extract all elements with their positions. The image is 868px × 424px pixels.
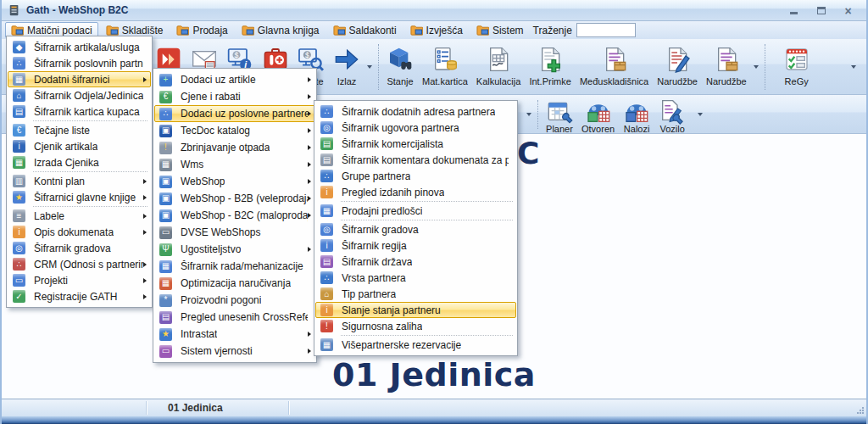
- menu-item[interactable]: ▤ Šifrarnik komentara dokumenata za part…: [315, 152, 516, 168]
- menubar-item[interactable]: Glavna knjiga: [236, 22, 326, 38]
- info-sphere-icon: i: [13, 140, 25, 153]
- menu-item[interactable]: ▭ Projekti: [8, 272, 151, 288]
- table-star-icon: ★: [13, 191, 25, 204]
- menu-item[interactable]: € Tečajne liste: [8, 122, 151, 138]
- toolbar-button[interactable]: Međuskladišnica: [576, 41, 653, 93]
- menu-item[interactable]: ▤ Pregled unesenih CrossReferenca: [154, 309, 315, 326]
- menu-item[interactable]: ⌂ Šifrarnik Odjela/Jedinica: [8, 87, 151, 103]
- optimizacija-icon: ▦: [159, 277, 172, 290]
- menu-item[interactable]: ▣ WebShop - B2B (veleprodaja): [154, 190, 315, 207]
- menu-separator: [33, 206, 147, 207]
- menu-item[interactable]: + Dodaci uz artikle: [154, 71, 315, 88]
- menu-item[interactable]: i Slanje stanja partneru: [315, 302, 516, 318]
- status-text: 01 Jedinica: [168, 402, 223, 414]
- menu-item[interactable]: ★ Intrastat: [154, 326, 315, 343]
- menu-item[interactable]: ★ Šifrarnici glavne knjige: [8, 189, 151, 205]
- toolbar-button[interactable]: Otvoren: [577, 97, 619, 132]
- menu-item[interactable]: ∴ CRM (Odnosi s partnerima): [8, 256, 151, 272]
- toolbar-button[interactable]: Mat.kartica: [418, 41, 472, 93]
- menu-item[interactable]: ▦ Izrada Cjenika: [8, 154, 151, 170]
- vozilo-icon: [659, 98, 686, 124]
- search-input[interactable]: [576, 23, 636, 37]
- menu-item[interactable]: ▭ DVSE WebShops: [154, 224, 315, 241]
- maximize-button[interactable]: [813, 4, 829, 17]
- countries-icon: ▤: [320, 255, 333, 268]
- menu-item[interactable]: ▣ TecDoc katalog: [154, 122, 315, 139]
- menu-item[interactable]: ▦ Višepartnerske rezervacije: [315, 337, 516, 353]
- contracts-icon: ◎: [320, 121, 333, 134]
- toolbar-button-label: Stanje: [387, 76, 413, 87]
- folder-icon: [333, 24, 346, 36]
- menu-item[interactable]: ▤ Šifrarnik komercijalista: [315, 136, 516, 152]
- minimize-button[interactable]: [786, 4, 802, 17]
- menu-item[interactable]: ≡ Labele: [8, 208, 151, 224]
- menubar-item[interactable]: Sistem: [470, 22, 530, 38]
- menu-item[interactable]: ∴ Dodaci uz poslovne partnere: [154, 105, 315, 122]
- loyalty-icon: ▭: [159, 345, 172, 358]
- menu-item-label: Šifrarnik regija: [342, 240, 407, 252]
- menu-item[interactable]: ! Sigurnosna zaliha: [315, 318, 516, 334]
- toolbar-button[interactable]: Stanje: [382, 41, 418, 93]
- menu-item[interactable]: ▦ Wms: [154, 156, 315, 173]
- toolbar-button[interactable]: Narudžbe: [702, 41, 751, 93]
- menu-item[interactable]: ▣ WebShop: [154, 173, 315, 190]
- menu-item[interactable]: i Šifrarnik regija: [315, 237, 516, 254]
- toolbar-separator: [537, 100, 538, 129]
- menu-item[interactable]: ▥ Kontni plan: [8, 173, 151, 189]
- toolbar-button[interactable]: Int.Primke: [525, 41, 576, 93]
- menu-item[interactable]: ▭ Sistem vjernosti: [154, 343, 315, 360]
- menu-item[interactable]: ▦ Šifrarnik rada/mehanizacije: [154, 258, 315, 275]
- menu-item[interactable]: ◎ Šifrarnik gradova: [315, 221, 516, 237]
- menu-item[interactable]: ▦ Optimizacija naručivanja: [154, 275, 315, 292]
- crm-icon: ∴: [13, 258, 25, 271]
- menubar-item[interactable]: Izvješća: [404, 22, 469, 38]
- menu-separator: [33, 171, 147, 172]
- send-info-icon: i: [320, 304, 333, 316]
- menubar-item[interactable]: Saldakonti: [327, 22, 403, 38]
- menu-item[interactable]: i Opis dokumenata: [8, 224, 151, 240]
- menu-item[interactable]: ◎ Šifrarnik ugovora partnera: [315, 120, 516, 136]
- menu-item[interactable]: i Cjenik artikala: [8, 138, 151, 154]
- menu-item[interactable]: ✓ Registracije GATH: [8, 288, 151, 304]
- dropdown-arrow-icon[interactable]: [364, 41, 375, 93]
- menu-item[interactable]: i Pregled izdanih pinova: [315, 184, 516, 200]
- menu-item[interactable]: ▣ WebShop - B2C (maloprodaja): [154, 207, 315, 224]
- close-button[interactable]: ×: [840, 4, 856, 17]
- menu-item[interactable]: ∴ Šifrarnik dodatnih adresa partnera: [315, 103, 516, 120]
- menu-item[interactable]: ∴ Šifrarnik poslovnih partnera: [8, 55, 151, 71]
- menu-item[interactable]: ∴ Grupe partnera: [315, 168, 516, 184]
- toolbar-button[interactable]: Narudžbe: [653, 41, 702, 93]
- dropdown-arrow-icon[interactable]: [695, 97, 705, 132]
- toolbar-button[interactable]: Planer: [542, 97, 577, 132]
- wms-icon: ▦: [159, 159, 172, 171]
- stock-alert-icon: !: [320, 320, 333, 332]
- menu-item[interactable]: ◎ Šifrarnik gradova: [8, 240, 151, 256]
- menu-item[interactable]: Ψ Ugostiteljstvo: [154, 241, 315, 258]
- toolbar-button[interactable]: ReGy: [779, 41, 815, 93]
- menu-item[interactable]: ⌂ Tip partnera: [315, 286, 516, 302]
- webshop-icon: ▣: [159, 209, 172, 222]
- toolbar-button[interactable]: Izlaz: [329, 41, 364, 93]
- menu-item[interactable]: € Cjene i rabati: [154, 88, 315, 105]
- dropdown-arrow-icon[interactable]: [751, 41, 761, 93]
- menu-item[interactable]: * Proizvodni pogoni: [154, 292, 315, 309]
- resize-grip[interactable]: [862, 412, 864, 414]
- toolbar-button[interactable]: Nalozi: [619, 97, 654, 132]
- menu-item[interactable]: ▤ Šifrarnik država: [315, 254, 516, 270]
- toolbar-button[interactable]: Vozilo: [654, 97, 690, 132]
- restaurant-icon: Ψ: [159, 243, 172, 256]
- izlaz-icon: [333, 42, 360, 76]
- dropdown-arrow-icon[interactable]: [524, 97, 534, 132]
- menu-item[interactable]: ▦ Prodajni predlošci: [315, 203, 516, 219]
- menu-item[interactable]: ! Zbrinjavanje otpada: [154, 139, 315, 156]
- dropdown-arrow-icon[interactable]: [849, 41, 859, 93]
- folder-icon: [11, 24, 24, 36]
- menu-item[interactable]: ▦ Dodatni šifrarnici: [8, 71, 151, 87]
- menubar-item[interactable]: Prodaja: [170, 22, 233, 38]
- menubar-item-label: Prodaja: [192, 25, 227, 36]
- toolbar-button[interactable]: Kalkulacija: [472, 41, 526, 93]
- menu-item[interactable]: ∴ Vrsta partnera: [315, 270, 516, 286]
- menu-item[interactable]: ◆ Šifrarnik artikala/usluga: [8, 39, 151, 55]
- menu-item[interactable]: ▤ Šifrarnik kartica kupaca: [8, 103, 151, 120]
- dvse-icon: ▭: [159, 226, 172, 239]
